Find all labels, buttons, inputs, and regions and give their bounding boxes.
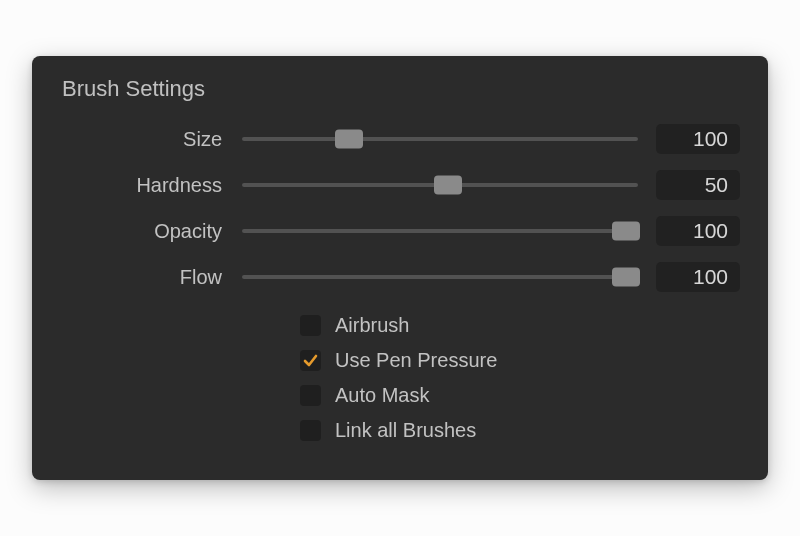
pen-pressure-label: Use Pen Pressure — [335, 349, 497, 372]
airbrush-label: Airbrush — [335, 314, 409, 337]
auto-mask-checkbox[interactable] — [300, 385, 321, 406]
slider-row-size: Size 100 — [60, 124, 740, 154]
airbrush-checkbox[interactable] — [300, 315, 321, 336]
size-slider-thumb[interactable] — [335, 130, 363, 149]
slider-row-hardness: Hardness 50 — [60, 170, 740, 200]
size-slider[interactable] — [242, 137, 638, 141]
flow-slider-thumb[interactable] — [612, 268, 640, 287]
opacity-slider-thumb[interactable] — [612, 222, 640, 241]
opacity-value[interactable]: 100 — [656, 216, 740, 246]
panel-title: Brush Settings — [60, 76, 740, 102]
link-brushes-checkbox[interactable] — [300, 420, 321, 441]
opacity-label: Opacity — [60, 220, 242, 243]
slider-row-flow: Flow 100 — [60, 262, 740, 292]
pen-pressure-checkbox[interactable] — [300, 350, 321, 371]
hardness-slider-thumb[interactable] — [434, 176, 462, 195]
flow-value[interactable]: 100 — [656, 262, 740, 292]
slider-row-opacity: Opacity 100 — [60, 216, 740, 246]
brush-settings-panel: Brush Settings Size 100 Hardness 50 Opac… — [32, 56, 768, 480]
checkbox-row-airbrush: Airbrush — [300, 308, 740, 343]
checkmark-icon — [302, 352, 319, 369]
flow-label: Flow — [60, 266, 242, 289]
checkbox-row-pen-pressure: Use Pen Pressure — [300, 343, 740, 378]
checkbox-row-auto-mask: Auto Mask — [300, 378, 740, 413]
auto-mask-label: Auto Mask — [335, 384, 429, 407]
flow-slider[interactable] — [242, 275, 638, 279]
checkbox-group: Airbrush Use Pen Pressure Auto Mask Link… — [60, 308, 740, 448]
hardness-label: Hardness — [60, 174, 242, 197]
checkbox-row-link-brushes: Link all Brushes — [300, 413, 740, 448]
hardness-slider[interactable] — [242, 183, 638, 187]
opacity-slider[interactable] — [242, 229, 638, 233]
hardness-value[interactable]: 50 — [656, 170, 740, 200]
link-brushes-label: Link all Brushes — [335, 419, 476, 442]
size-value[interactable]: 100 — [656, 124, 740, 154]
size-label: Size — [60, 128, 242, 151]
